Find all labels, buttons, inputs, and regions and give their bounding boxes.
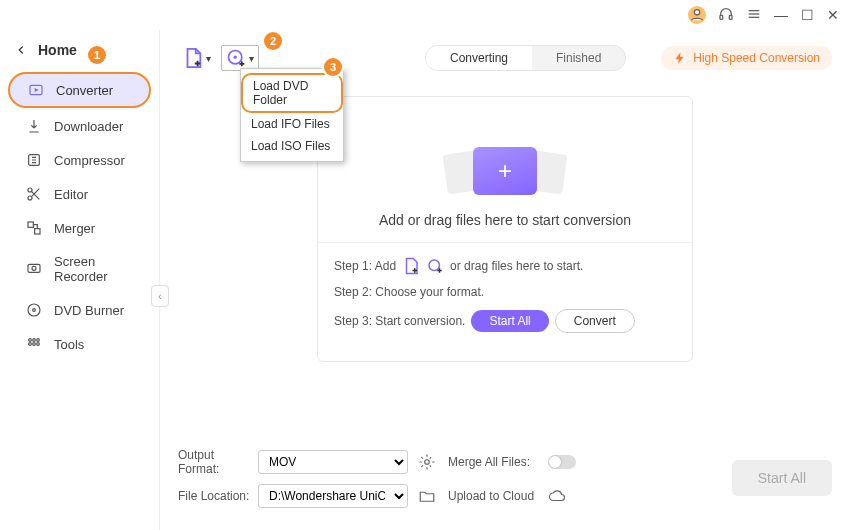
hamburger-menu-icon[interactable] <box>746 6 762 25</box>
bottom-bar: Output Format: MOV Merge All Files: Star… <box>178 448 832 508</box>
sidebar-item-dvd-burner[interactable]: DVD Burner <box>8 294 151 326</box>
minimize-button[interactable]: — <box>774 8 788 22</box>
svg-point-9 <box>28 188 32 192</box>
svg-point-17 <box>28 304 40 316</box>
tab-switch: Converting Finished <box>425 45 626 71</box>
svg-rect-14 <box>35 229 40 234</box>
menu-item-load-iso[interactable]: Load ISO Files <box>241 135 343 157</box>
tab-finished[interactable]: Finished <box>532 46 625 70</box>
svg-rect-15 <box>28 264 40 272</box>
settings-icon[interactable] <box>418 453 436 471</box>
svg-point-18 <box>33 309 36 312</box>
nav-label: DVD Burner <box>54 303 124 318</box>
svg-point-23 <box>33 343 36 346</box>
headset-icon[interactable] <box>718 6 734 25</box>
start-all-button[interactable]: Start All <box>471 310 548 332</box>
nav-label: Downloader <box>54 119 123 134</box>
annotation-badge-3: 3 <box>324 58 342 76</box>
menu-item-load-ifo[interactable]: Load IFO Files <box>241 113 343 135</box>
sidebar-item-tools[interactable]: Tools <box>8 328 151 360</box>
home-nav[interactable]: Home <box>0 38 159 70</box>
merge-toggle[interactable] <box>548 455 576 469</box>
home-label: Home <box>38 42 77 58</box>
svg-point-19 <box>29 339 32 342</box>
sidebar-item-screen-recorder[interactable]: Screen Recorder <box>8 246 151 292</box>
lightning-icon <box>673 51 687 65</box>
high-speed-badge[interactable]: High Speed Conversion <box>661 46 832 70</box>
download-icon <box>26 118 42 134</box>
sidebar-item-merger[interactable]: Merger <box>8 212 151 244</box>
start-all-footer-button[interactable]: Start All <box>732 460 832 496</box>
step3-text: Step 3: Start conversion. <box>334 314 465 328</box>
svg-point-16 <box>32 266 36 270</box>
tab-converting[interactable]: Converting <box>426 46 532 70</box>
caret-down-icon: ▾ <box>206 53 211 64</box>
converter-icon <box>28 82 44 98</box>
step1-suffix: or drag files here to start. <box>450 259 583 273</box>
nav-label: Screen Recorder <box>54 254 133 284</box>
nav-label: Converter <box>56 83 113 98</box>
steps-panel: Step 1: Add or drag files here to start.… <box>318 242 692 361</box>
disc-plus-icon[interactable] <box>426 257 444 275</box>
add-file-button[interactable]: ▾ <box>178 47 215 69</box>
merge-label: Merge All Files: <box>448 455 548 469</box>
convert-button[interactable]: Convert <box>555 309 635 333</box>
menu-item-load-dvd-folder[interactable]: Load DVD Folder <box>241 73 343 113</box>
dvd-load-menu: Load DVD Folder Load IFO Files Load ISO … <box>240 68 344 162</box>
screen-recorder-icon <box>26 261 42 277</box>
output-format-label: Output Format: <box>178 448 258 476</box>
nav-label: Editor <box>54 187 88 202</box>
file-plus-icon[interactable] <box>402 257 420 275</box>
sidebar-item-editor[interactable]: Editor <box>8 178 151 210</box>
svg-point-0 <box>694 10 699 15</box>
drop-zone[interactable]: + Add or drag files here to start conver… <box>317 96 693 362</box>
svg-point-22 <box>29 343 32 346</box>
sidebar-item-converter[interactable]: Converter <box>8 72 151 108</box>
disc-icon <box>26 302 42 318</box>
sidebar-item-compressor[interactable]: Compressor <box>8 144 151 176</box>
svg-point-21 <box>37 339 40 342</box>
drop-zone-message: Add or drag files here to start conversi… <box>379 212 631 228</box>
grid-icon <box>26 336 42 352</box>
sidebar: Home Converter Downloader Compressor Edi… <box>0 30 160 530</box>
svg-point-24 <box>37 343 40 346</box>
nav-label: Compressor <box>54 153 125 168</box>
svg-point-20 <box>33 339 36 342</box>
sidebar-item-downloader[interactable]: Downloader <box>8 110 151 142</box>
titlebar: — ☐ ✕ <box>0 0 850 30</box>
user-avatar-icon[interactable] <box>688 6 706 24</box>
folder-illustration: + <box>445 143 565 198</box>
svg-rect-1 <box>720 15 723 19</box>
scissors-icon <box>26 186 42 202</box>
step2-text: Step 2: Choose your format. <box>334 285 484 299</box>
svg-rect-2 <box>729 15 732 19</box>
svg-marker-7 <box>35 88 39 92</box>
step1-prefix: Step 1: Add <box>334 259 396 273</box>
high-speed-label: High Speed Conversion <box>693 51 820 65</box>
file-plus-icon <box>182 47 204 69</box>
svg-point-26 <box>234 56 237 59</box>
nav-label: Tools <box>54 337 84 352</box>
caret-down-icon: ▾ <box>249 53 254 64</box>
nav-label: Merger <box>54 221 95 236</box>
svg-rect-13 <box>28 222 33 227</box>
merger-icon <box>26 220 42 236</box>
svg-point-10 <box>28 196 32 200</box>
upload-cloud-label: Upload to Cloud <box>448 489 548 503</box>
annotation-badge-2: 2 <box>264 32 282 50</box>
chevron-left-icon <box>14 43 28 57</box>
close-button[interactable]: ✕ <box>826 8 840 22</box>
compressor-icon <box>26 152 42 168</box>
cloud-icon[interactable] <box>548 487 566 505</box>
folder-open-icon[interactable] <box>418 487 436 505</box>
file-location-label: File Location: <box>178 489 258 503</box>
svg-point-28 <box>425 460 430 465</box>
annotation-badge-1: 1 <box>88 46 106 64</box>
svg-point-27 <box>429 260 440 271</box>
disc-plus-icon <box>226 48 246 68</box>
file-location-select[interactable]: D:\Wondershare UniConverter 1 <box>258 484 408 508</box>
maximize-button[interactable]: ☐ <box>800 8 814 22</box>
output-format-select[interactable]: MOV <box>258 450 408 474</box>
folder-plus-icon: + <box>473 147 537 195</box>
